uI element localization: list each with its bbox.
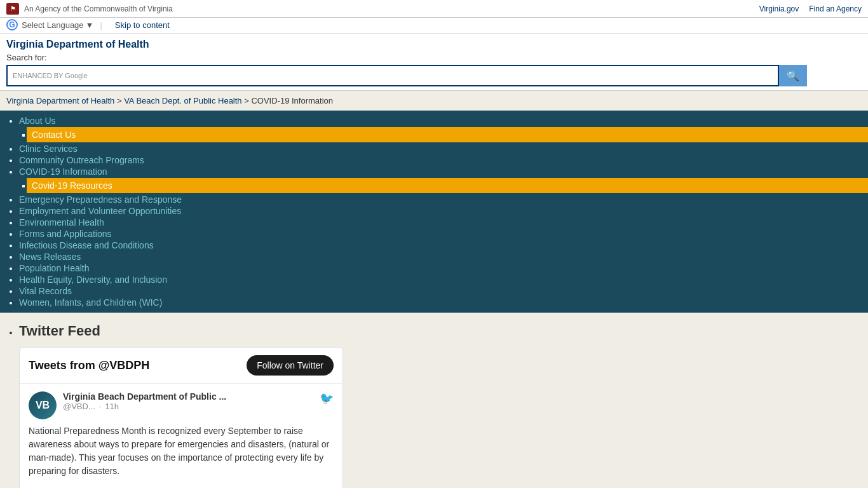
- tweet-item: VB Virginia Beach Department of Public .…: [20, 384, 342, 488]
- nav-item: Emergency Preparedness and Response: [19, 194, 862, 205]
- site-title-link[interactable]: Virginia Department of Health: [6, 39, 862, 50]
- breadcrumb-sep1: >: [114, 96, 124, 105]
- language-select-button[interactable]: Select Language ▼: [22, 20, 93, 30]
- nav-link[interactable]: Forms and Applications: [19, 229, 112, 239]
- search-row: ENHANCED BY Google 🔍: [6, 65, 807, 86]
- agency-text: An Agency of the Commonwealth of Virgini…: [24, 4, 173, 13]
- twitter-section-item: Twitter Feed Tweets from @VBDPH Follow o…: [19, 323, 862, 488]
- nav-item: COVID-19 InformationCovid-19 Resources: [19, 166, 862, 193]
- nav-subitem: Contact Us: [32, 127, 862, 142]
- tweet-handle: @VBD...: [63, 402, 95, 411]
- twitter-section-title: Twitter Feed: [19, 323, 100, 339]
- nav-link[interactable]: Community Outreach Programs: [19, 155, 144, 165]
- search-label: Search for:: [6, 53, 862, 62]
- nav-link[interactable]: Infectious Disease and Conditions: [19, 240, 154, 250]
- nav-subitem: Covid-19 Resources: [32, 178, 862, 193]
- language-select-label: Select Language: [22, 20, 84, 30]
- tweet-text: National Preparedness Month is recognize…: [29, 426, 329, 476]
- tweet-meta: @VBD... · 11h: [63, 402, 313, 411]
- nav-item: Forms and Applications: [19, 229, 862, 239]
- tweet-time: 11h: [105, 402, 119, 411]
- skip-to-content-link[interactable]: Skip to content: [115, 20, 170, 30]
- nav-link[interactable]: Population Health: [19, 263, 90, 273]
- nav-link[interactable]: COVID-19 Information: [19, 166, 107, 177]
- main-content: Twitter Feed Tweets from @VBDPH Follow o…: [0, 313, 868, 488]
- twitter-bird-icon: 🐦: [320, 391, 334, 405]
- top-bar: ⚑ An Agency of the Commonwealth of Virgi…: [0, 0, 868, 18]
- nav-item: Women, Infants, and Children (WIC): [19, 297, 862, 308]
- nav-link[interactable]: Women, Infants, and Children (WIC): [19, 297, 162, 308]
- twitter-widget-title: Tweets from @VBDPH: [29, 359, 149, 372]
- nav-link[interactable]: Emergency Preparedness and Response: [19, 194, 182, 205]
- header: Virginia Department of Health Search for…: [0, 34, 868, 91]
- nav-link[interactable]: News Releases: [19, 252, 81, 262]
- nav-link[interactable]: Health Equity, Diversity, and Inclusion: [19, 274, 167, 285]
- virginia-flag-icon: ⚑: [6, 3, 19, 15]
- nav-list: About UsContact UsClinic ServicesCommuni…: [6, 116, 862, 308]
- google-g-icon: G: [6, 19, 18, 30]
- tweet-body: National Preparedness Month is recognize…: [29, 424, 334, 488]
- nav-sublist: Covid-19 Resources: [19, 178, 862, 193]
- breadcrumb-link-vdh[interactable]: Virginia Department of Health: [6, 96, 114, 105]
- top-bar-links: Virginia.gov Find an Agency: [759, 4, 862, 13]
- twitter-widget-header: Tweets from @VBDPH Follow on Twitter: [20, 348, 342, 383]
- virginia-gov-link[interactable]: Virginia.gov: [759, 4, 799, 13]
- find-agency-link[interactable]: Find an Agency: [809, 4, 862, 13]
- breadcrumb-link-vabeach[interactable]: VA Beach Dept. of Public Health: [124, 96, 241, 105]
- enhanced-by-label: ENHANCED BY Google: [13, 72, 88, 79]
- nav-item: Employment and Volunteer Opportunities: [19, 206, 862, 216]
- nav-item: About UsContact Us: [19, 116, 862, 142]
- nav-item: Clinic Services: [19, 144, 862, 154]
- twitter-widget: Tweets from @VBDPH Follow on Twitter VB …: [19, 347, 343, 488]
- nav-item: Environmental Health: [19, 217, 862, 227]
- nav-item: Infectious Disease and Conditions: [19, 240, 862, 250]
- nav-item: Population Health: [19, 263, 862, 273]
- nav-item: Health Equity, Diversity, and Inclusion: [19, 274, 862, 285]
- search-input[interactable]: [92, 71, 773, 81]
- follow-on-twitter-button[interactable]: Follow on Twitter: [247, 355, 334, 376]
- nav-sublink[interactable]: Contact Us: [27, 127, 868, 142]
- nav-link[interactable]: About Us: [19, 116, 56, 126]
- tweet-user-row: VB Virginia Beach Department of Public .…: [29, 391, 334, 419]
- tweet-separator-dot: ·: [99, 402, 102, 411]
- nav-item: News Releases: [19, 252, 862, 262]
- nav-link[interactable]: Clinic Services: [19, 144, 78, 154]
- content-list: Twitter Feed Tweets from @VBDPH Follow o…: [6, 323, 862, 488]
- breadcrumb-sep2: >: [242, 96, 252, 105]
- top-bar-left: ⚑ An Agency of the Commonwealth of Virgi…: [6, 3, 173, 15]
- nav-link[interactable]: Environmental Health: [19, 217, 104, 227]
- nav-item: Community Outreach Programs: [19, 155, 862, 165]
- nav-link[interactable]: Vital Records: [19, 286, 72, 296]
- tweet-user-info: Virginia Beach Department of Public ... …: [63, 391, 313, 411]
- nav-sublink[interactable]: Covid-19 Resources: [27, 178, 868, 193]
- breadcrumb-current: COVID-19 Information: [251, 96, 333, 105]
- tweet-user-name: Virginia Beach Department of Public ...: [63, 391, 313, 402]
- language-bar: G Select Language ▼ | Skip to content: [0, 18, 868, 34]
- language-dropdown-arrow: ▼: [86, 20, 94, 30]
- search-input-wrapper: ENHANCED BY Google: [6, 65, 779, 86]
- navigation-menu: About UsContact UsClinic ServicesCommuni…: [0, 111, 868, 313]
- nav-link[interactable]: Employment and Volunteer Opportunities: [19, 206, 181, 216]
- nav-item: Vital Records: [19, 286, 862, 296]
- tweet-avatar: VB: [29, 391, 57, 419]
- breadcrumb: Virginia Department of Health > VA Beach…: [0, 91, 868, 111]
- search-icon: 🔍: [787, 70, 799, 82]
- search-button[interactable]: 🔍: [779, 65, 807, 86]
- nav-sublist: Contact Us: [19, 127, 862, 142]
